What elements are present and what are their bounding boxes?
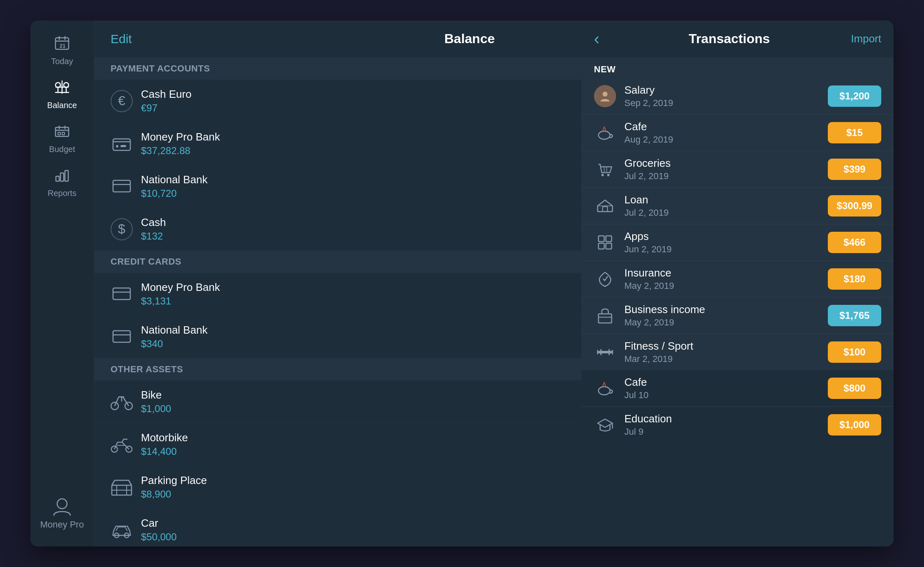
svg-rect-18 bbox=[56, 176, 59, 181]
trans-info-groceries: Groceries Jul 2, 2019 bbox=[624, 157, 828, 182]
trans-name-loan: Loan bbox=[624, 194, 828, 206]
trans-date-cafe: Aug 2, 2019 bbox=[624, 134, 828, 145]
trans-icon-business bbox=[594, 304, 616, 327]
trans-name-apps: Apps bbox=[624, 230, 828, 243]
trans-amount-insurance[interactable]: $180 bbox=[828, 268, 881, 290]
credit-cards-title: CREDIT CARDS bbox=[111, 256, 181, 267]
trans-date-insurance: May 2, 2019 bbox=[624, 281, 828, 291]
trans-name-groceries: Groceries bbox=[624, 157, 828, 170]
trans-amount-salary[interactable]: $1,200 bbox=[828, 85, 881, 107]
svg-rect-57 bbox=[598, 243, 604, 249]
trans-info-cafe2: Cafe Jul 10 bbox=[624, 376, 828, 401]
svg-point-49 bbox=[601, 174, 604, 176]
svg-point-48 bbox=[598, 131, 610, 139]
other-assets-title: OTHER ASSETS bbox=[111, 364, 183, 375]
trans-info-salary: Salary Sep 2, 2019 bbox=[624, 84, 828, 108]
trans-avatar-salary bbox=[594, 85, 616, 107]
sidebar-item-label-balance: Balance bbox=[47, 101, 77, 110]
sidebar-item-label-budget: Budget bbox=[49, 145, 75, 154]
trans-amount-apps[interactable]: $466 bbox=[828, 232, 881, 253]
trans-amount-cafe2[interactable]: $800 bbox=[828, 378, 881, 399]
sidebar: 21 Today Balance bbox=[30, 21, 94, 546]
trans-info-education: Education Jul 9 bbox=[624, 413, 828, 437]
trans-name-cafe: Cafe bbox=[624, 120, 828, 133]
svg-rect-28 bbox=[120, 145, 126, 147]
svg-rect-59 bbox=[598, 314, 612, 323]
svg-point-47 bbox=[603, 92, 608, 97]
trans-date-business: May 2, 2019 bbox=[624, 317, 828, 328]
svg-rect-54 bbox=[603, 207, 608, 212]
transaction-row-insurance[interactable]: Insurance May 2, 2019 $180 bbox=[582, 261, 894, 297]
new-section: NEW Salary Sep 2, 2019 bbox=[582, 58, 894, 370]
app-container: 21 Today Balance bbox=[30, 21, 894, 546]
account-icon-cc-national bbox=[111, 326, 133, 348]
trans-name-insurance: Insurance bbox=[624, 267, 828, 279]
transaction-row-salary[interactable]: Salary Sep 2, 2019 $1,200 bbox=[582, 78, 894, 115]
transaction-row-business[interactable]: Business income May 2, 2019 $1,765 bbox=[582, 297, 894, 334]
trans-name-fitness: Fitness / Sport bbox=[624, 340, 828, 353]
account-icon-cash-euro: € bbox=[111, 90, 133, 112]
trans-date-education: Jul 9 bbox=[624, 426, 828, 437]
trans-amount-business[interactable]: $1,765 bbox=[828, 305, 881, 326]
svg-rect-14 bbox=[58, 132, 60, 135]
transaction-row-cafe[interactable]: Cafe Aug 2, 2019 $15 bbox=[582, 115, 894, 151]
trans-info-apps: Apps Jun 2, 2019 bbox=[624, 230, 828, 255]
sidebar-item-balance[interactable]: Balance bbox=[30, 73, 94, 117]
svg-text:21: 21 bbox=[60, 43, 65, 49]
sidebar-item-budget[interactable]: Budget bbox=[30, 117, 94, 161]
svg-point-66 bbox=[598, 387, 610, 395]
transaction-row-loan[interactable]: Loan Jul 2, 2019 $300.99 bbox=[582, 188, 894, 224]
import-button[interactable]: Import bbox=[851, 32, 881, 45]
trans-date-loan: Jul 2, 2019 bbox=[624, 207, 828, 218]
account-icon-motorbike bbox=[111, 433, 133, 456]
trans-info-fitness: Fitness / Sport Mar 2, 2019 bbox=[624, 340, 828, 364]
budget-icon bbox=[54, 123, 70, 142]
trans-icon-fitness bbox=[594, 341, 616, 363]
trans-date-fitness: Mar 2, 2019 bbox=[624, 354, 828, 364]
svg-rect-29 bbox=[113, 180, 130, 192]
trans-date-cafe2: Jul 10 bbox=[624, 390, 828, 401]
transaction-row-apps[interactable]: Apps Jun 2, 2019 $466 bbox=[582, 224, 894, 261]
account-icon-national-bank bbox=[111, 175, 133, 198]
trans-name-business: Business income bbox=[624, 303, 828, 316]
trans-amount-fitness[interactable]: $100 bbox=[828, 341, 881, 363]
svg-rect-19 bbox=[60, 173, 64, 181]
transactions-body: NEW Salary Sep 2, 2019 bbox=[582, 58, 894, 546]
new-label: NEW bbox=[582, 58, 894, 78]
reports-icon bbox=[54, 167, 70, 186]
sidebar-item-label-today: Today bbox=[51, 57, 73, 66]
account-icon-cc-money-pro bbox=[111, 283, 133, 305]
trans-amount-education[interactable]: $1,000 bbox=[828, 414, 881, 436]
trans-amount-groceries[interactable]: $399 bbox=[828, 159, 881, 180]
trans-amount-loan[interactable]: $300.99 bbox=[828, 195, 881, 217]
trans-date-salary: Sep 2, 2019 bbox=[624, 98, 828, 108]
transaction-row-groceries[interactable]: Groceries Jul 2, 2019 $399 bbox=[582, 151, 894, 188]
sidebar-user[interactable]: Money Pro bbox=[32, 486, 92, 538]
svg-rect-55 bbox=[598, 236, 604, 242]
svg-rect-20 bbox=[65, 171, 68, 181]
transactions-overlay: ‹ Transactions Import NEW bbox=[581, 21, 894, 546]
account-icon-parking bbox=[111, 476, 133, 498]
edit-button[interactable]: Edit bbox=[111, 32, 132, 46]
back-button[interactable]: ‹ bbox=[594, 30, 599, 48]
svg-point-50 bbox=[607, 174, 610, 176]
trans-icon-groceries bbox=[594, 158, 616, 180]
svg-rect-33 bbox=[113, 331, 130, 342]
transaction-row-fitness[interactable]: Fitness / Sport Mar 2, 2019 $100 bbox=[582, 334, 894, 370]
svg-rect-31 bbox=[113, 288, 130, 300]
trans-amount-cafe[interactable]: $15 bbox=[828, 122, 881, 143]
svg-point-27 bbox=[116, 145, 118, 148]
transaction-row-cafe2[interactable]: Cafe Jul 10 $800 bbox=[582, 370, 894, 407]
trans-date-groceries: Jul 2, 2019 bbox=[624, 171, 828, 182]
sidebar-user-label: Money Pro bbox=[40, 519, 84, 530]
transaction-row-education[interactable]: Education Jul 9 $1,000 bbox=[582, 407, 894, 443]
trans-info-insurance: Insurance May 2, 2019 bbox=[624, 267, 828, 291]
trans-info-cafe: Cafe Aug 2, 2019 bbox=[624, 120, 828, 145]
sidebar-item-today[interactable]: 21 Today bbox=[30, 29, 94, 73]
sidebar-item-reports[interactable]: Reports bbox=[30, 161, 94, 205]
sidebar-item-label-reports: Reports bbox=[48, 189, 76, 198]
trans-icon-education bbox=[594, 414, 616, 436]
svg-rect-15 bbox=[62, 132, 65, 135]
svg-rect-56 bbox=[606, 236, 612, 242]
account-icon-bike bbox=[111, 391, 133, 413]
